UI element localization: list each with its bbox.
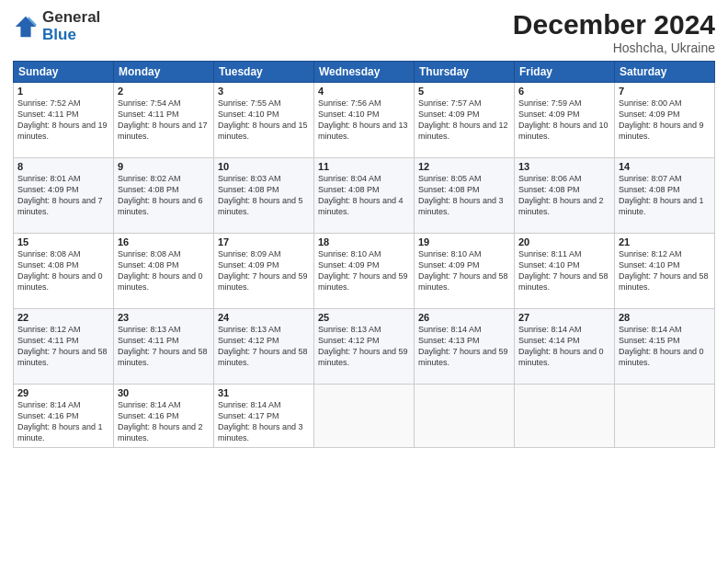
table-cell: 21 Sunrise: 8:12 AMSunset: 4:10 PMDaylig… [615,234,715,309]
table-cell: 8 Sunrise: 8:01 AMSunset: 4:09 PMDayligh… [14,158,114,234]
table-cell: 1 Sunrise: 7:52 AMSunset: 4:11 PMDayligh… [14,83,114,158]
cell-info: Sunrise: 7:52 AMSunset: 4:11 PMDaylight:… [17,98,108,141]
cell-info: Sunrise: 8:14 AMSunset: 4:16 PMDaylight:… [118,400,203,442]
day-number: 25 [318,312,410,323]
day-number: 3 [218,86,310,97]
table-cell [415,385,515,448]
cell-info: Sunrise: 7:56 AMSunset: 4:10 PMDaylight:… [318,98,408,141]
day-number: 31 [218,387,310,398]
cell-info: Sunrise: 7:59 AMSunset: 4:09 PMDaylight:… [518,98,609,141]
day-number: 7 [619,86,711,97]
cell-info: Sunrise: 8:10 AMSunset: 4:09 PMDaylight:… [418,249,508,292]
day-number: 30 [118,387,210,398]
col-wednesday: Wednesday [314,62,415,83]
day-number: 12 [418,161,510,172]
day-number: 10 [218,161,310,172]
col-saturday: Saturday [615,62,715,83]
cell-info: Sunrise: 8:14 AMSunset: 4:13 PMDaylight:… [418,325,508,367]
table-cell: 24 Sunrise: 8:13 AMSunset: 4:12 PMDaylig… [214,309,314,385]
cell-info: Sunrise: 8:01 AMSunset: 4:09 PMDaylight:… [17,174,103,216]
col-sunday: Sunday [14,62,114,83]
cell-info: Sunrise: 8:10 AMSunset: 4:09 PMDaylight:… [318,249,408,292]
cell-info: Sunrise: 8:08 AMSunset: 4:08 PMDaylight:… [118,249,203,292]
col-tuesday: Tuesday [214,62,314,83]
day-number: 9 [118,161,210,172]
table-cell [615,385,715,448]
cell-info: Sunrise: 8:11 AMSunset: 4:10 PMDaylight:… [518,249,609,292]
cell-info: Sunrise: 8:14 AMSunset: 4:14 PMDaylight:… [518,325,604,367]
cell-info: Sunrise: 8:00 AMSunset: 4:09 PMDaylight:… [619,98,704,141]
logo: General Blue [13,9,100,43]
day-number: 4 [318,86,410,97]
calendar-header-row: Sunday Monday Tuesday Wednesday Thursday… [14,62,715,83]
day-number: 22 [17,312,109,323]
table-cell: 14 Sunrise: 8:07 AMSunset: 4:08 PMDaylig… [615,158,715,234]
table-cell: 23 Sunrise: 8:13 AMSunset: 4:11 PMDaylig… [114,309,214,385]
calendar-table: Sunday Monday Tuesday Wednesday Thursday… [13,61,715,448]
cell-info: Sunrise: 8:14 AMSunset: 4:16 PMDaylight:… [17,400,103,442]
cell-info: Sunrise: 7:54 AMSunset: 4:11 PMDaylight:… [118,98,208,141]
table-cell: 9 Sunrise: 8:02 AMSunset: 4:08 PMDayligh… [114,158,214,234]
day-number: 16 [118,236,210,247]
logo-icon [13,14,39,40]
logo-blue-text: Blue [42,27,100,44]
table-cell: 28 Sunrise: 8:14 AMSunset: 4:15 PMDaylig… [615,309,715,385]
col-thursday: Thursday [415,62,515,83]
day-number: 15 [17,236,109,247]
day-number: 13 [518,161,610,172]
day-number: 19 [418,236,510,247]
day-number: 21 [619,236,711,247]
table-cell: 26 Sunrise: 8:14 AMSunset: 4:13 PMDaylig… [415,309,515,385]
cell-info: Sunrise: 8:13 AMSunset: 4:11 PMDaylight:… [118,325,208,367]
table-cell: 10 Sunrise: 8:03 AMSunset: 4:08 PMDaylig… [214,158,314,234]
table-cell: 17 Sunrise: 8:09 AMSunset: 4:09 PMDaylig… [214,234,314,309]
logo-text: General Blue [42,9,100,43]
cell-info: Sunrise: 8:03 AMSunset: 4:08 PMDaylight:… [218,174,303,216]
cell-info: Sunrise: 8:02 AMSunset: 4:08 PMDaylight:… [118,174,203,216]
week-row-2: 8 Sunrise: 8:01 AMSunset: 4:09 PMDayligh… [14,158,715,234]
day-number: 2 [118,86,210,97]
day-number: 17 [218,236,310,247]
table-cell: 4 Sunrise: 7:56 AMSunset: 4:10 PMDayligh… [314,83,415,158]
table-cell: 29 Sunrise: 8:14 AMSunset: 4:16 PMDaylig… [14,385,114,448]
table-cell: 20 Sunrise: 8:11 AMSunset: 4:10 PMDaylig… [515,234,615,309]
cell-info: Sunrise: 8:08 AMSunset: 4:08 PMDaylight:… [17,249,103,292]
table-cell [314,385,415,448]
week-row-4: 22 Sunrise: 8:12 AMSunset: 4:11 PMDaylig… [14,309,715,385]
logo-general-text: General [42,9,100,27]
table-cell: 19 Sunrise: 8:10 AMSunset: 4:09 PMDaylig… [415,234,515,309]
week-row-5: 29 Sunrise: 8:14 AMSunset: 4:16 PMDaylig… [14,385,715,448]
table-cell: 31 Sunrise: 8:14 AMSunset: 4:17 PMDaylig… [214,385,314,448]
cell-info: Sunrise: 8:09 AMSunset: 4:09 PMDaylight:… [218,249,308,292]
day-number: 29 [17,387,109,398]
cell-info: Sunrise: 8:05 AMSunset: 4:08 PMDaylight:… [418,174,504,216]
day-number: 14 [619,161,711,172]
day-number: 24 [218,312,310,323]
table-cell: 18 Sunrise: 8:10 AMSunset: 4:09 PMDaylig… [314,234,415,309]
week-row-1: 1 Sunrise: 7:52 AMSunset: 4:11 PMDayligh… [14,83,715,158]
table-cell: 30 Sunrise: 8:14 AMSunset: 4:16 PMDaylig… [114,385,214,448]
day-number: 1 [17,86,109,97]
table-cell: 13 Sunrise: 8:06 AMSunset: 4:08 PMDaylig… [515,158,615,234]
table-cell: 5 Sunrise: 7:57 AMSunset: 4:09 PMDayligh… [415,83,515,158]
month-title: December 2024 [513,9,715,40]
table-cell: 16 Sunrise: 8:08 AMSunset: 4:08 PMDaylig… [114,234,214,309]
table-cell: 12 Sunrise: 8:05 AMSunset: 4:08 PMDaylig… [415,158,515,234]
table-cell: 22 Sunrise: 8:12 AMSunset: 4:11 PMDaylig… [14,309,114,385]
svg-marker-0 [16,16,36,36]
table-cell [515,385,615,448]
week-row-3: 15 Sunrise: 8:08 AMSunset: 4:08 PMDaylig… [14,234,715,309]
table-cell: 3 Sunrise: 7:55 AMSunset: 4:10 PMDayligh… [214,83,314,158]
table-cell: 25 Sunrise: 8:13 AMSunset: 4:12 PMDaylig… [314,309,415,385]
page: General Blue December 2024 Hoshcha, Ukra… [0,0,728,563]
day-number: 28 [619,312,711,323]
cell-info: Sunrise: 8:14 AMSunset: 4:15 PMDaylight:… [619,325,704,367]
cell-info: Sunrise: 8:12 AMSunset: 4:10 PMDaylight:… [619,249,709,292]
location-subtitle: Hoshcha, Ukraine [513,40,715,55]
day-number: 11 [318,161,410,172]
cell-info: Sunrise: 8:13 AMSunset: 4:12 PMDaylight:… [318,325,408,367]
title-block: December 2024 Hoshcha, Ukraine [513,9,715,55]
table-cell: 6 Sunrise: 7:59 AMSunset: 4:09 PMDayligh… [515,83,615,158]
day-number: 26 [418,312,510,323]
cell-info: Sunrise: 8:06 AMSunset: 4:08 PMDaylight:… [518,174,604,216]
